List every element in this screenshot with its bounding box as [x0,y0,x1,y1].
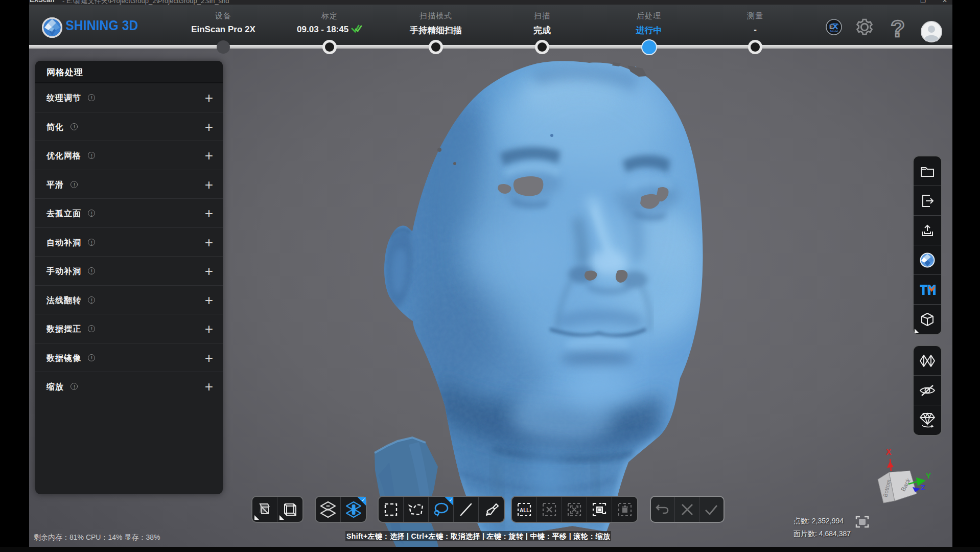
svg-text:X: X [886,448,892,456]
svg-text:Z: Z [921,484,925,492]
svg-text:ALL: ALL [520,508,529,513]
svg-text:Y: Y [926,471,931,480]
svg-text:Model: Model [830,30,838,33]
